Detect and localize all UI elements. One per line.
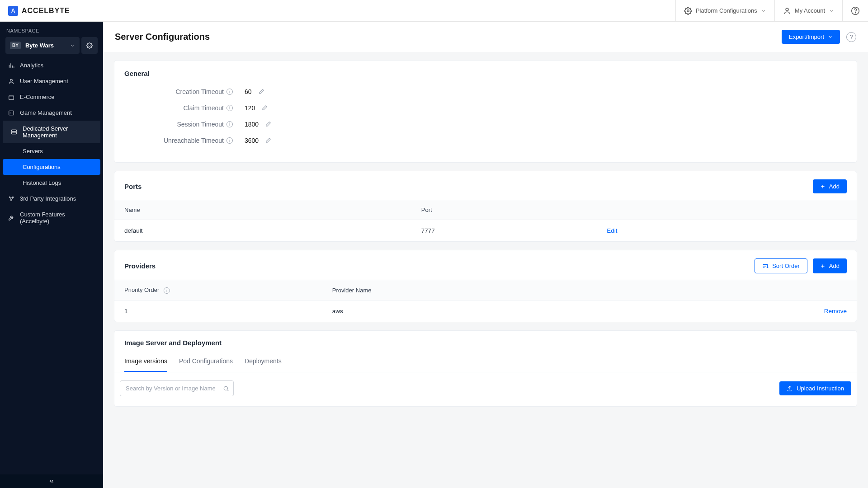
topbar-help[interactable] [842,0,868,21]
sidebar-item-label: 3rd Party Integrations [20,195,76,202]
row-creation-timeout: Creation Timeout i 60 [124,84,847,100]
info-icon[interactable]: i [226,89,233,95]
add-port-button[interactable]: Add [813,179,847,193]
session-timeout-value: 1800 [245,121,259,128]
svg-point-13 [224,386,227,390]
topbar-right: Platform Configurations My Account [675,0,868,21]
topbar: A ACCELBYTE Platform Configurations My A… [0,0,868,22]
add-port-label: Add [829,183,840,190]
sidebar-item-ecommerce[interactable]: E-Commerce [0,89,103,105]
chevron-down-icon [828,34,833,39]
edit-icon[interactable] [261,105,268,111]
svg-rect-6 [9,96,14,99]
sidebar: NAMESPACE BY Byte Wars Analytics User Ma… [0,22,103,488]
help-icon [851,6,860,15]
info-icon[interactable]: i [226,121,233,127]
my-account-menu[interactable]: My Account [774,0,842,21]
page-title: Server Configurations [115,32,210,42]
sidebar-sub-servers[interactable]: Servers [3,143,100,159]
edit-port-link[interactable]: Edit [607,227,617,234]
image-tabs: Image versions Pod Configurations Deploy… [114,352,857,372]
image-deployment-title: Image Server and Deployment [124,339,222,347]
svg-rect-8 [12,130,17,131]
edit-icon[interactable] [265,121,271,127]
collapse-icon [48,478,55,484]
svg-point-5 [10,79,13,81]
info-icon[interactable]: i [226,105,233,111]
chevron-down-icon [761,8,766,14]
sidebar-item-user-management[interactable]: User Management [0,73,103,89]
port-name: default [114,220,411,242]
provider-order: 1 [114,300,322,322]
brand: A ACCELBYTE [8,6,70,16]
page-header: Server Configurations Export/Import ? [103,22,868,52]
add-provider-label: Add [829,263,840,269]
sidebar-sub-historical-logs[interactable]: Historical Logs [3,175,100,191]
plus-icon [820,184,826,189]
tab-deployments[interactable]: Deployments [245,352,282,372]
image-deployment-card: Image Server and Deployment Image versio… [114,330,857,407]
edit-icon[interactable] [265,137,271,144]
sidebar-item-dedicated-server[interactable]: Dedicated Server Management [3,121,100,143]
sidebar-item-game-management[interactable]: Game Management [0,105,103,121]
plus-icon [820,263,826,269]
export-import-label: Export/Import [789,33,824,40]
session-timeout-label: Session Timeout [177,121,224,128]
table-row: 1 aws Remove [114,300,857,322]
namespace-settings-button[interactable] [81,37,98,54]
svg-point-12 [11,200,12,201]
sort-order-button[interactable]: Sort Order [755,258,807,273]
svg-rect-7 [9,111,14,115]
platform-configurations-menu[interactable]: Platform Configurations [675,0,774,21]
port-value: 7777 [411,220,597,242]
sidebar-item-custom-features[interactable]: Custom Features (Accelbyte) [0,206,103,229]
sidebar-item-3rd-party[interactable]: 3rd Party Integrations [0,191,103,206]
user-icon [8,78,14,84]
upload-instruction-button[interactable]: Upload Instruction [779,381,851,395]
help-icon: ? [850,34,853,40]
svg-point-4 [89,45,90,47]
page-help-button[interactable]: ? [846,32,856,42]
search-icon [223,385,229,392]
game-icon [8,110,14,116]
chevron-down-icon [70,43,75,48]
providers-card: Providers Sort Order Add [114,250,857,322]
network-icon [8,196,14,202]
ports-card: Ports Add Name Port [114,171,857,242]
row-unreachable-timeout: Unreachable Timeout i 3600 [124,132,847,149]
edit-icon[interactable] [258,89,264,95]
search-input[interactable] [120,380,234,396]
tab-image-versions[interactable]: Image versions [124,352,167,372]
brand-name: ACCELBYTE [22,7,70,15]
upload-icon [787,385,793,392]
add-provider-button[interactable]: Add [813,258,847,273]
tab-pod-configurations[interactable]: Pod Configurations [179,352,233,372]
sidebar-item-label: Dedicated Server Management [23,125,92,139]
row-claim-timeout: Claim Timeout i 120 [124,100,847,116]
info-icon[interactable]: i [164,287,170,294]
sidebar-item-label: Custom Features (Accelbyte) [20,211,95,225]
namespace-selector[interactable]: BY Byte Wars [5,37,80,54]
general-title: General [124,70,847,77]
image-search [120,380,234,396]
namespace-label: NAMESPACE [0,22,103,37]
providers-title: Providers [124,262,156,270]
sidebar-sub-configurations[interactable]: Configurations [3,159,100,175]
ports-col-port: Port [411,200,597,220]
sidebar-collapse-button[interactable] [0,474,103,488]
store-icon [8,94,14,100]
namespace-name: Byte Wars [25,42,65,49]
gear-icon [86,42,93,49]
claim-timeout-label: Claim Timeout [184,104,224,112]
general-card: General Creation Timeout i 60 [114,60,857,163]
providers-col-priority: Priority Order i [114,280,322,300]
export-import-button[interactable]: Export/Import [782,30,840,44]
sidebar-item-label: Game Management [20,109,72,116]
info-icon[interactable]: i [226,137,233,144]
remove-provider-link[interactable]: Remove [824,308,847,314]
svg-point-0 [687,9,689,12]
ports-title: Ports [124,183,142,190]
sidebar-item-analytics[interactable]: Analytics [0,57,103,73]
wrench-icon [8,215,14,221]
creation-timeout-value: 60 [245,88,252,95]
